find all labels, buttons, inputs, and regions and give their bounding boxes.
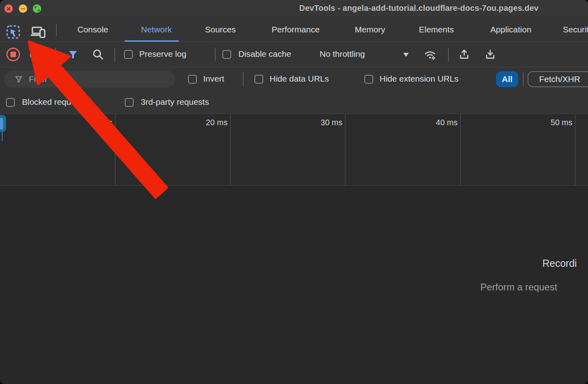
- export-har-button[interactable]: [484, 48, 496, 61]
- tab-application[interactable]: Application: [490, 25, 532, 34]
- fullscreen-button[interactable]: [33, 4, 41, 13]
- toolbar-divider: [215, 48, 216, 61]
- filter-funnel-icon: [14, 75, 23, 84]
- minimize-icon: [21, 8, 25, 9]
- toolbar-divider: [55, 48, 56, 61]
- hide-extension-urls-checkbox[interactable]: [364, 75, 373, 84]
- preserve-log-label: Preserve log: [139, 49, 186, 59]
- chevron-down-icon[interactable]: [403, 53, 409, 57]
- throttling-select[interactable]: No throttling: [320, 49, 365, 59]
- hide-extension-urls-label: Hide extension URLs: [380, 74, 458, 84]
- device-toolbar-icon: [30, 24, 46, 40]
- timeline-resource-marker: [0, 115, 6, 132]
- timeline-gridline: [460, 114, 461, 186]
- network-conditions-icon: [423, 48, 437, 61]
- tab-bar: Console Network Sources Performance Memo…: [0, 17, 588, 42]
- timeline-tick-label: 30 ms: [301, 118, 342, 127]
- close-button[interactable]: [4, 4, 13, 13]
- timeline-tick-label: 40 ms: [416, 118, 458, 127]
- window-title: DevTools - angela-add-tutorial.cloudflar…: [299, 4, 538, 13]
- empty-state-hint-text: Perform a request: [480, 282, 557, 293]
- filter-bar: Invert Hide data URLs Hide extension URL…: [0, 67, 588, 91]
- minimize-button[interactable]: [19, 4, 27, 13]
- hide-data-urls-label: Hide data URLs: [270, 74, 329, 84]
- tab-sources[interactable]: Sources: [205, 25, 236, 34]
- disable-cache-checkbox[interactable]: [222, 50, 231, 59]
- title-bar: DevTools - angela-add-tutorial.cloudflar…: [0, 0, 588, 17]
- device-toolbar-button[interactable]: [30, 24, 46, 40]
- blocked-requests-checkbox[interactable]: [6, 98, 15, 107]
- clear-button[interactable]: [30, 50, 40, 60]
- tab-network[interactable]: Network: [141, 25, 172, 34]
- third-party-requests-checkbox[interactable]: [125, 98, 134, 107]
- toolbar-divider: [114, 48, 115, 61]
- filter-icon: [68, 49, 78, 60]
- toolbar-divider: [523, 72, 524, 86]
- devtools-window: DevTools - angela-add-tutorial.cloudflar…: [0, 0, 588, 384]
- clear-icon: [31, 51, 38, 58]
- network-toolbar: Preserve log Disable cache No throttling: [0, 42, 588, 67]
- request-type-filter-all[interactable]: All: [496, 71, 518, 87]
- network-overview-timeline[interactable]: 10 ms 20 ms 30 ms 40 ms 50 ms: [0, 114, 588, 186]
- selected-tab-underline: [124, 40, 179, 42]
- timeline-tick-label: 20 ms: [186, 118, 228, 127]
- import-har-icon: [458, 48, 470, 61]
- record-button[interactable]: [6, 48, 20, 61]
- blocked-requests-label: Blocked requests: [22, 97, 86, 107]
- filter-toggle-button[interactable]: [68, 49, 78, 60]
- toolbar-divider: [56, 24, 57, 36]
- timeline-tick-label: 10 ms: [71, 118, 112, 127]
- network-conditions-button[interactable]: [423, 48, 437, 61]
- tab-elements[interactable]: Elements: [419, 25, 454, 34]
- record-icon: [10, 52, 16, 57]
- timeline-gridline: [230, 114, 231, 186]
- tab-security[interactable]: Security: [563, 25, 588, 34]
- inspect-element-button[interactable]: [6, 24, 21, 40]
- import-har-button[interactable]: [458, 48, 470, 61]
- third-party-requests-label: 3rd-party requests: [141, 97, 209, 107]
- empty-state-recording-text: Recordi: [542, 258, 577, 269]
- tab-console[interactable]: Console: [77, 25, 108, 34]
- invert-checkbox[interactable]: [188, 75, 197, 84]
- search-button[interactable]: [92, 48, 104, 61]
- export-har-icon: [484, 48, 496, 61]
- tab-performance[interactable]: Performance: [272, 25, 320, 34]
- preserve-log-checkbox[interactable]: [124, 50, 133, 59]
- timeline-gridline: [115, 114, 116, 186]
- invert-label: Invert: [203, 74, 224, 84]
- filter-bar-second-row: Blocked requests 3rd-party requests: [0, 91, 588, 114]
- timeline-gridline: [575, 114, 576, 186]
- filter-input-container: [4, 71, 175, 88]
- tab-memory[interactable]: Memory: [355, 25, 385, 34]
- filter-input[interactable]: [29, 73, 169, 85]
- hide-data-urls-checkbox[interactable]: [254, 75, 263, 84]
- toolbar-divider: [243, 72, 244, 86]
- timeline-resource-marker-stem: [2, 132, 3, 141]
- inspect-element-icon: [6, 24, 21, 40]
- request-type-filter-fetch-xhr[interactable]: Fetch/XHR: [528, 71, 588, 87]
- search-icon: [92, 48, 104, 61]
- toolbar-divider: [448, 48, 449, 61]
- timeline-gridline: [345, 114, 346, 186]
- disable-cache-label: Disable cache: [238, 49, 291, 59]
- timeline-tick-label: 50 ms: [531, 118, 572, 127]
